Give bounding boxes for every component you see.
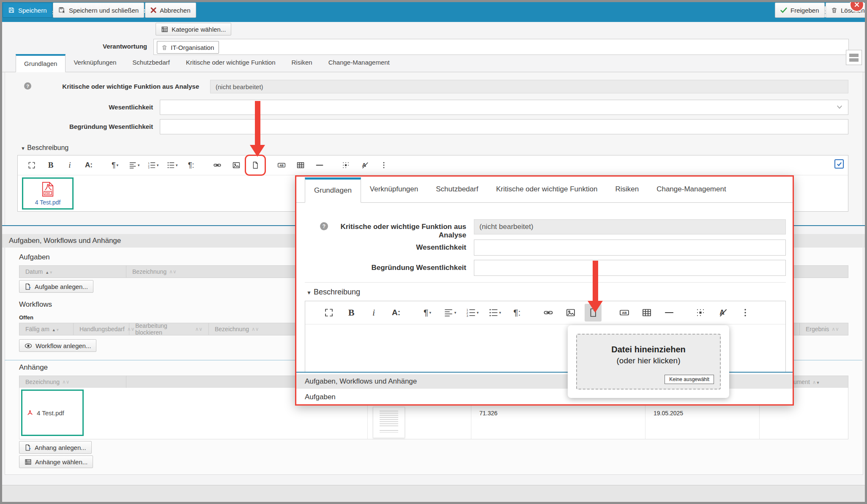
- speichern-button[interactable]: Speichern: [3, 3, 52, 18]
- italic-icon[interactable]: i: [63, 158, 77, 172]
- bold-icon[interactable]: B: [44, 158, 58, 172]
- begruendung-input[interactable]: [160, 119, 848, 134]
- autocorrect-icon[interactable]: AB: [616, 304, 633, 321]
- dropzone-title: Datei hineinziehen: [611, 345, 686, 354]
- overlay-wesentlichkeit-select[interactable]: [474, 240, 786, 256]
- autocorrect-icon[interactable]: AB: [274, 158, 289, 172]
- verantwortung-field[interactable]: IT-Organisation: [153, 39, 849, 55]
- font-size-icon[interactable]: A:: [82, 158, 96, 172]
- clear-format-icon[interactable]: A: [358, 158, 372, 172]
- document-icon[interactable]: [248, 158, 263, 172]
- special-characters-icon[interactable]: [339, 158, 353, 172]
- paragraph-icon[interactable]: ¶▾: [108, 158, 122, 172]
- attachment-date: 19.05.2025: [654, 410, 683, 417]
- save-close-icon: [58, 7, 66, 14]
- tab-kritische-funktion[interactable]: Kritische oder wichtige Funktion: [178, 54, 284, 72]
- horizontal-rule-icon[interactable]: [661, 304, 678, 321]
- ordered-list-icon[interactable]: 123▾: [146, 158, 160, 172]
- overlay-tab-change-management[interactable]: Change-Management: [648, 177, 735, 202]
- verantwortung-chip[interactable]: IT-Organisation: [157, 41, 219, 54]
- horizontal-rule-icon[interactable]: [312, 158, 327, 172]
- kritische-funktion-text: (nicht bearbeitet): [216, 83, 263, 90]
- column-header-anh-bezeichnung[interactable]: Bezeichnung∧∨: [19, 376, 126, 388]
- fullscreen-icon[interactable]: [25, 158, 39, 172]
- kategorie-waehlen-button[interactable]: Kategorie wählen...: [156, 23, 231, 35]
- table-icon[interactable]: [638, 304, 655, 321]
- clear-format-icon[interactable]: A: [714, 304, 731, 321]
- column-header-bearbeitung[interactable]: Bearbeitung blockieren∧∨: [129, 323, 209, 335]
- overlay-tab-kritische-funktion[interactable]: Kritische oder wichtige Funktion: [487, 177, 606, 202]
- sort-none-icon: ∧∨: [169, 269, 177, 275]
- overlay-tab-risiken[interactable]: Risiken: [606, 177, 648, 202]
- keine-ausgewaehlt-button[interactable]: Keine ausgewählt: [665, 375, 714, 384]
- column-header-faellig-am[interactable]: Fällig am▲▼: [19, 323, 74, 335]
- view-toggle-button[interactable]: [846, 50, 862, 65]
- overlay-tab-grundlagen[interactable]: Grundlagen: [305, 177, 361, 203]
- paragraph-spacing-icon[interactable]: ¶:: [509, 304, 525, 321]
- column-header-handlungsbedarf[interactable]: Handlungsbedarf∧∨: [74, 323, 129, 335]
- table-icon[interactable]: [293, 158, 308, 172]
- paragraph-icon[interactable]: ¶▾: [419, 304, 436, 321]
- column-header-ergebnis[interactable]: Ergebnis∧∨: [799, 323, 848, 335]
- overlay-begruendung-input[interactable]: [474, 260, 786, 276]
- document-icon[interactable]: [585, 304, 602, 321]
- align-icon[interactable]: ▾: [441, 304, 458, 321]
- font-size-icon[interactable]: A:: [388, 304, 405, 321]
- kritische-funktion-label: Kritische oder wichtige Funktion aus Ana…: [53, 83, 199, 90]
- image-icon[interactable]: [562, 304, 579, 321]
- column-label: Ergebnis: [806, 326, 829, 332]
- anhaenge-attachment-card[interactable]: 4 Test.pdf: [21, 390, 84, 436]
- italic-icon[interactable]: i: [365, 304, 382, 321]
- kategorie-waehlen-label: Kategorie wählen...: [172, 26, 226, 33]
- sort-asc-icon: ▲▼: [52, 326, 60, 332]
- link-icon[interactable]: [210, 158, 224, 172]
- svg-text:*: *: [29, 286, 31, 290]
- file-dropzone[interactable]: Datei hineinziehen (oder hier klicken) K…: [576, 334, 721, 390]
- list-icon: [161, 26, 168, 33]
- abbrechen-button[interactable]: Abbrechen: [145, 3, 196, 18]
- svg-text:2: 2: [466, 311, 468, 314]
- ordered-list-icon[interactable]: 123▾: [464, 304, 481, 321]
- dropzone-subtitle: (oder hier klicken): [617, 356, 681, 365]
- document-thumbnail[interactable]: [373, 407, 405, 438]
- anhaenge-waehlen-button[interactable]: Anhänge wählen...: [19, 455, 93, 468]
- workflow-anlegen-button[interactable]: Workflow anlegen...: [19, 339, 96, 352]
- unordered-list-icon[interactable]: ▾: [486, 304, 503, 321]
- special-characters-icon[interactable]: [692, 304, 709, 321]
- editor-checkbox[interactable]: [834, 159, 844, 169]
- column-header-datum[interactable]: Datum▲▼: [19, 266, 126, 278]
- overlay-beschreibung-header[interactable]: ▼ Beschreibung: [306, 288, 360, 297]
- overlay-aufgaben-title: Aufgaben: [305, 393, 336, 401]
- link-icon[interactable]: [540, 304, 557, 321]
- tab-risiken[interactable]: Risiken: [283, 54, 320, 72]
- wesentlichkeit-select[interactable]: [160, 100, 848, 115]
- svg-text:3: 3: [148, 166, 149, 169]
- align-icon[interactable]: ▾: [127, 158, 141, 172]
- overlay-tab-schutzbedarf[interactable]: Schutzbedarf: [427, 177, 487, 202]
- tab-verknuepfungen[interactable]: Verknüpfungen: [66, 54, 124, 72]
- beschreibung-header[interactable]: ▼ Beschreibung: [21, 144, 68, 152]
- tab-schutzbedarf[interactable]: Schutzbedarf: [124, 54, 178, 72]
- freigeben-button[interactable]: Freigeben: [775, 3, 825, 18]
- divider: [305, 282, 786, 283]
- image-icon[interactable]: [229, 158, 243, 172]
- column-label: Bearbeitung blockieren: [135, 322, 192, 336]
- editor-attachment-card[interactable]: PDF 4 Test.pdf: [22, 177, 74, 210]
- overlay-editor-toolbar: BiA:¶▾▾123▾▾¶:ABA: [305, 301, 785, 324]
- tab-change-management[interactable]: Change-Management: [320, 54, 398, 72]
- anhang-anlegen-button[interactable]: * Anhang anlegen...: [19, 441, 92, 454]
- speichern-schliessen-button[interactable]: Speichern und schließen: [53, 3, 144, 18]
- help-icon[interactable]: ?: [320, 222, 328, 230]
- overlay-tab-verknuepfungen[interactable]: Verknüpfungen: [361, 177, 427, 202]
- bold-icon[interactable]: B: [343, 304, 360, 321]
- help-icon[interactable]: ?: [24, 82, 31, 90]
- paragraph-spacing-icon[interactable]: ¶:: [184, 158, 198, 172]
- unordered-list-icon[interactable]: ▾: [165, 158, 179, 172]
- tab-grundlagen[interactable]: Grundlagen: [16, 54, 66, 72]
- more-icon[interactable]: [737, 304, 754, 321]
- more-icon[interactable]: [377, 158, 391, 172]
- svg-text:*: *: [29, 447, 31, 451]
- aufgabe-anlegen-button[interactable]: * Aufgabe anlegen...: [19, 280, 93, 293]
- sort-asc-icon: ▲▼: [45, 268, 53, 275]
- fullscreen-icon[interactable]: [320, 304, 337, 321]
